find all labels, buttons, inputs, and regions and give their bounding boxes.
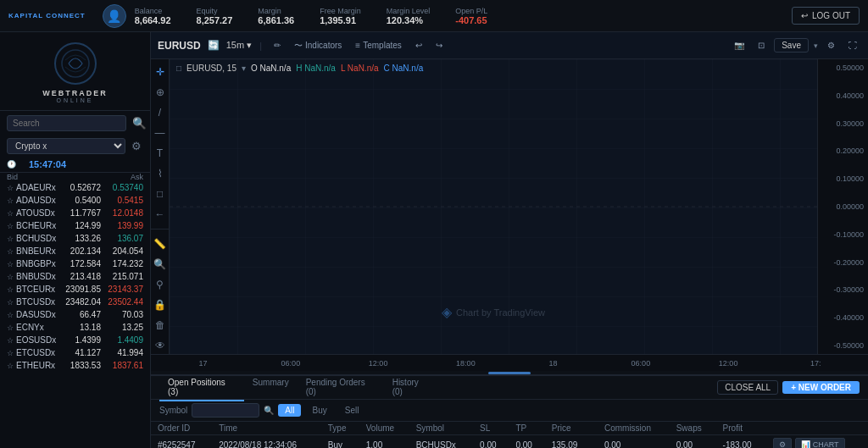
list-item[interactable]: ☆ ATOUSDx 11.7767 12.0148	[0, 207, 150, 219]
time-label: 12:00	[685, 359, 772, 368]
search-input[interactable]	[7, 115, 126, 131]
filter-settings-icon[interactable]: ⚙	[130, 138, 143, 154]
star-icon: ☆	[7, 311, 14, 319]
bottom-tab[interactable]: Open Positions (3)	[159, 374, 244, 401]
list-item[interactable]: ☆ ADAUSDx 0.5400 0.5415	[0, 194, 150, 207]
price-label: -0.50000	[833, 341, 864, 350]
bottom-tab[interactable]: History (0)	[384, 374, 438, 401]
measure-tool[interactable]: 📏	[151, 235, 169, 252]
hline-tool[interactable]: —	[153, 124, 168, 141]
lock-tool[interactable]: 🔒	[151, 296, 169, 313]
undo-button[interactable]: ↩	[411, 39, 426, 52]
drawing-tools-panel: ✛ ⊕ / — T ⌇ □ ← 📏 🔍 ⚲ 🔒 🗑 �	[151, 59, 170, 354]
list-item[interactable]: ☆ BNBUSDx 213.418 215.071	[0, 270, 150, 283]
bottom-tab[interactable]: Pending Orders (0)	[298, 374, 384, 401]
filter-all-button[interactable]: All	[278, 404, 301, 417]
symbol-bid: 133.26	[58, 234, 101, 243]
chart-with-tools: ✛ ⊕ / — T ⌇ □ ← 📏 🔍 ⚲ 🔒 🗑 �	[151, 59, 868, 354]
table-actions: ⚙ 📊 CHART	[766, 435, 868, 449]
main-layout: WEBTRADER ONLINE 🔍 ⚙ Crypto x ⚙ 🕐 15:47:…	[0, 32, 868, 448]
symbol-ask: 139.99	[105, 221, 143, 230]
ohlc-symbol: EURUSD, 15	[186, 64, 236, 73]
table-header: Symbol	[409, 422, 473, 435]
list-item[interactable]: ☆ EOSUSDx 1.4399 1.4409	[0, 334, 150, 346]
table-cell: 135.09	[545, 435, 598, 449]
bid-ask-header: Bid Ask	[0, 173, 150, 181]
list-item[interactable]: ☆ BNBEURx 202.134 204.054	[0, 245, 150, 257]
search-icon-button[interactable]: 🔍	[131, 115, 148, 131]
symbol-search-input[interactable]	[192, 403, 259, 418]
chart-canvas-area[interactable]: □ EURUSD, 15 ▾ O NaN.n/a H NaN.n/a L NaN…	[170, 59, 817, 354]
new-order-button[interactable]: + NEW ORDER	[782, 381, 860, 394]
arrow-tool[interactable]: ←	[153, 206, 168, 223]
list-item[interactable]: ☆ ETCUSDx 41.127 41.994	[0, 346, 150, 359]
bottom-tab[interactable]: Summary	[244, 374, 298, 401]
list-item[interactable]: ☆ ETHEURx 1833.53 1837.61	[0, 359, 150, 372]
settings-row-button[interactable]: ⚙	[773, 438, 792, 448]
text-tool[interactable]: T	[154, 145, 165, 162]
table-header: Type	[321, 422, 359, 435]
chart-timeframe[interactable]: 15m ▾	[226, 40, 252, 51]
drawing-tools-button[interactable]: ✏	[270, 39, 285, 52]
templates-button[interactable]: ≡ Templates	[351, 39, 405, 52]
table-header: Time	[212, 422, 321, 435]
fullscreen-small-button[interactable]: ⊡	[754, 39, 769, 52]
crypto-filter-select[interactable]: Crypto x	[7, 138, 125, 154]
cursor-tool[interactable]: ✛	[153, 64, 167, 80]
line-tool[interactable]: /	[156, 104, 164, 121]
close-all-button[interactable]: CLOSE ALL	[717, 380, 778, 395]
symbol-bid: 66.47	[58, 310, 101, 319]
symbol-ask: 13.25	[105, 323, 143, 332]
list-item[interactable]: ☆ BNBGBPx 172.584 174.232	[0, 257, 150, 270]
symbol-bid: 213.418	[58, 272, 101, 281]
table-cell: 1.00	[359, 435, 409, 449]
time-display: 15:47:04	[29, 159, 66, 169]
clock-icon: 🕐	[7, 160, 16, 169]
resize-handle[interactable]	[151, 371, 868, 374]
star-icon: ☆	[7, 362, 14, 370]
price-axis: 0.500000.400000.300000.200000.100000.000…	[817, 59, 868, 354]
filter-sell-button[interactable]: Sell	[338, 404, 366, 417]
symbol-ask: 204.054	[105, 246, 143, 256]
expand-button[interactable]: ⛶	[844, 39, 861, 52]
eye-tool[interactable]: 👁	[153, 337, 168, 354]
list-item[interactable]: ☆ ECNYx 13.18 13.25	[0, 321, 150, 334]
indicators-button[interactable]: 〜 Indicators	[290, 38, 346, 53]
settings-button[interactable]: ⚙	[823, 39, 839, 52]
logout-button[interactable]: ↩ LOG OUT	[792, 7, 860, 25]
symbol-name: BNBGBPx	[16, 259, 58, 268]
table-header: TP	[509, 422, 544, 435]
symbol-ask: 174.232	[105, 259, 143, 268]
redo-button[interactable]: ↪	[431, 39, 447, 52]
time-label: 06:00	[247, 359, 334, 368]
price-label: 0.30000	[836, 119, 864, 128]
crosshair-tool[interactable]: ⊕	[153, 84, 167, 101]
symbol-ask: 23502.44	[105, 297, 143, 307]
symbol-ask: 136.07	[105, 234, 143, 243]
magnet-tool[interactable]: ⚲	[153, 276, 166, 293]
price-label: 0.50000	[836, 64, 864, 72]
chart-area: EURUSD 🔄 15m ▾ | ✏ 〜 Indicators ≡ Templa…	[151, 32, 868, 374]
filter-buy-button[interactable]: Buy	[305, 404, 333, 417]
save-button[interactable]: Save	[774, 38, 809, 53]
list-item[interactable]: ☆ DASUSDx 66.47 70.03	[0, 308, 150, 321]
camera-button[interactable]: 📷	[730, 39, 748, 52]
chart-toolbar: EURUSD 🔄 15m ▾ | ✏ 〜 Indicators ≡ Templa…	[151, 32, 868, 59]
fib-tool[interactable]: ⌇	[155, 165, 165, 182]
list-item[interactable]: ☆ ADAEURx 0.52672 0.53740	[0, 181, 150, 194]
symbol-bid: 13.18	[58, 323, 101, 332]
shape-tool[interactable]: □	[154, 185, 165, 202]
table-cell: 0.00	[509, 435, 544, 449]
zoom-tool[interactable]: 🔍	[151, 256, 169, 273]
trash-tool[interactable]: 🗑	[153, 317, 168, 334]
time-label: 06:00	[597, 359, 684, 368]
symbol-ask: 0.53740	[105, 183, 143, 192]
chart-row-button[interactable]: 📊 CHART	[795, 438, 844, 448]
list-item[interactable]: ☆ BTCEURx 23091.85 23143.37	[0, 283, 150, 296]
list-item[interactable]: ☆ BCHEURx 124.99 139.99	[0, 219, 150, 232]
free-margin-stat: Free Margin 1,395.91	[320, 7, 361, 25]
list-item[interactable]: ☆ BTCUSDx 23482.04 23502.44	[0, 296, 150, 308]
time-label: 12:00	[335, 359, 422, 368]
symbol-name: BCHUSDx	[16, 234, 58, 243]
list-item[interactable]: ☆ BCHUSDx 133.26 136.07	[0, 232, 150, 245]
